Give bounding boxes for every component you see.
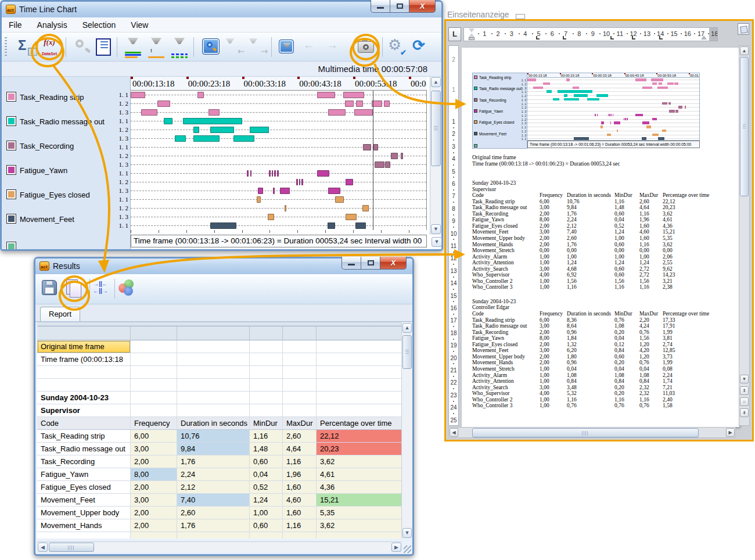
event-bar[interactable] bbox=[247, 170, 249, 177]
close-button[interactable]: X bbox=[409, 0, 436, 13]
code-list-icon[interactable] bbox=[93, 36, 114, 58]
event-bar[interactable] bbox=[141, 109, 157, 116]
data-cell[interactable]: 1,60 bbox=[283, 507, 317, 519]
data-cell[interactable]: 2,60 bbox=[283, 430, 317, 443]
table-row[interactable] bbox=[37, 379, 402, 392]
data-cell[interactable]: 1,16 bbox=[283, 455, 317, 468]
results-table[interactable]: Original time frameTime frame (00:00:13:… bbox=[37, 322, 402, 539]
table-cell[interactable] bbox=[250, 340, 283, 353]
column-header-cell[interactable]: MinDur bbox=[250, 417, 283, 430]
table-cell[interactable] bbox=[177, 392, 250, 404]
data-cell[interactable]: 2,00 bbox=[131, 507, 177, 519]
table-cell[interactable] bbox=[177, 404, 250, 417]
event-bar[interactable] bbox=[274, 170, 276, 177]
event-bar[interactable] bbox=[175, 135, 185, 142]
scrollbar-thumb[interactable] bbox=[740, 57, 749, 196]
header-cell[interactable] bbox=[317, 326, 402, 340]
menu-item-view[interactable]: View bbox=[131, 20, 148, 30]
data-row[interactable]: Task_Radio message out3,009,841,484,6420… bbox=[37, 443, 402, 455]
event-bar[interactable] bbox=[328, 109, 346, 116]
indent-marker-icon[interactable] bbox=[469, 28, 474, 40]
snapshot-camera-icon[interactable] bbox=[355, 36, 376, 58]
page-view-icon[interactable] bbox=[738, 23, 749, 35]
scrollbar-thumb[interactable] bbox=[402, 335, 412, 369]
results-titlebar[interactable]: Results X bbox=[35, 259, 412, 274]
data-cell[interactable]: Movement_Feet bbox=[37, 494, 131, 507]
header-cell[interactable] bbox=[283, 326, 317, 340]
data-cell[interactable]: Task_Recording bbox=[37, 455, 131, 468]
data-row[interactable]: Movement_Feet3,007,401,244,6015,21 bbox=[37, 494, 402, 507]
data-cell[interactable]: 1,48 bbox=[250, 443, 283, 455]
table-row[interactable]: Supervisor bbox=[37, 404, 402, 417]
data-cell[interactable]: 4,36 bbox=[317, 481, 402, 494]
data-cell[interactable]: 2,24 bbox=[177, 468, 250, 481]
event-bar[interactable] bbox=[210, 222, 236, 229]
menu-item-selection[interactable]: Selection bbox=[82, 20, 116, 30]
header-cell[interactable] bbox=[250, 326, 283, 340]
event-bar[interactable] bbox=[346, 214, 357, 220]
tab-stop-icon[interactable] bbox=[563, 36, 566, 40]
event-bar[interactable] bbox=[391, 153, 398, 159]
data-cell[interactable]: 4,64 bbox=[283, 443, 317, 455]
minimize-button[interactable] bbox=[341, 257, 361, 270]
data-row[interactable]: Fatigue_Yawn8,002,240,041,964,61 bbox=[37, 468, 402, 481]
data-cell[interactable]: 0,60 bbox=[250, 455, 283, 468]
data-cell[interactable]: Fatigue_Eyes closed bbox=[37, 481, 131, 494]
table-cell[interactable]: Original time frame bbox=[37, 340, 131, 353]
data-cell[interactable]: 15,21 bbox=[317, 494, 402, 507]
data-row[interactable]: Task_Recording2,001,760,601,163,62 bbox=[37, 455, 402, 468]
filter-segments-icon[interactable] bbox=[169, 36, 190, 58]
data-cell[interactable]: 0,60 bbox=[250, 519, 283, 532]
table-cell[interactable] bbox=[283, 366, 317, 379]
event-bar[interactable] bbox=[355, 222, 366, 229]
event-bar[interactable] bbox=[317, 170, 329, 177]
data-row[interactable]: Fatigue_Eyes closed2,002,120,521,604,36 bbox=[37, 481, 402, 494]
table-cell[interactable] bbox=[283, 392, 317, 404]
table-cell[interactable] bbox=[283, 404, 317, 417]
maximize-button[interactable] bbox=[390, 0, 409, 13]
table-cell[interactable]: Time frame (00:00:13:18 bbox=[37, 353, 131, 366]
column-header-cell[interactable]: Percentage over time bbox=[317, 417, 402, 430]
table-row[interactable]: Original time frame bbox=[37, 340, 402, 353]
zoom-selection-icon[interactable] bbox=[200, 36, 221, 58]
timeline-titlebar[interactable]: Time Line Chart X bbox=[2, 2, 441, 17]
table-cell[interactable] bbox=[131, 404, 177, 417]
table-cell[interactable] bbox=[131, 340, 177, 353]
table-cell[interactable] bbox=[317, 404, 402, 417]
report-vertical-scrollbar[interactable]: ▲ ▼ ⇞ ○ ⇟ bbox=[739, 45, 750, 426]
data-cell[interactable]: 3,00 bbox=[131, 443, 177, 455]
table-row[interactable]: Sunday 2004-10-23 bbox=[37, 392, 402, 404]
data-cell[interactable]: 9,84 bbox=[177, 443, 250, 455]
data-cell[interactable]: 4,60 bbox=[283, 494, 317, 507]
scroll-down-icon[interactable]: ▼ bbox=[431, 224, 441, 234]
event-bar[interactable] bbox=[401, 153, 403, 159]
column-header-cell[interactable]: Duration in seconds bbox=[177, 417, 250, 430]
fit-columns-icon[interactable]: →||←←||→ bbox=[90, 278, 111, 300]
event-bar[interactable] bbox=[210, 127, 234, 133]
table-cell[interactable] bbox=[131, 353, 177, 366]
data-cell[interactable]: 1,76 bbox=[177, 455, 250, 468]
scrollbar-thumb[interactable] bbox=[49, 543, 94, 552]
event-bar[interactable] bbox=[356, 100, 363, 107]
event-bar[interactable] bbox=[354, 109, 373, 116]
event-bar[interactable] bbox=[258, 188, 263, 194]
event-bar[interactable] bbox=[183, 118, 242, 124]
event-bar[interactable] bbox=[277, 170, 279, 177]
scroll-down-icon[interactable]: ▼ bbox=[402, 528, 412, 538]
table-cell[interactable] bbox=[131, 392, 177, 404]
event-bar[interactable] bbox=[328, 188, 340, 194]
column-header-cell[interactable]: Frequency bbox=[131, 417, 177, 430]
data-cell[interactable]: 1,76 bbox=[177, 519, 250, 532]
event-bar[interactable] bbox=[285, 205, 286, 211]
data-cell[interactable]: 3,62 bbox=[317, 519, 402, 532]
data-cell[interactable]: Fatigue_Yawn bbox=[37, 468, 131, 481]
filter-edit-icon[interactable] bbox=[277, 36, 298, 58]
column-header-cell[interactable]: Code bbox=[37, 417, 131, 430]
event-bar[interactable] bbox=[131, 92, 145, 98]
table-cell[interactable] bbox=[317, 340, 402, 353]
table-cell[interactable] bbox=[250, 353, 283, 366]
fx-dataset-icon[interactable]: f(x)DataSet bbox=[39, 36, 60, 58]
event-bar[interactable] bbox=[317, 92, 336, 98]
tab-stop-icon[interactable] bbox=[659, 36, 663, 40]
scroll-left-icon[interactable]: ◀ bbox=[38, 543, 48, 552]
